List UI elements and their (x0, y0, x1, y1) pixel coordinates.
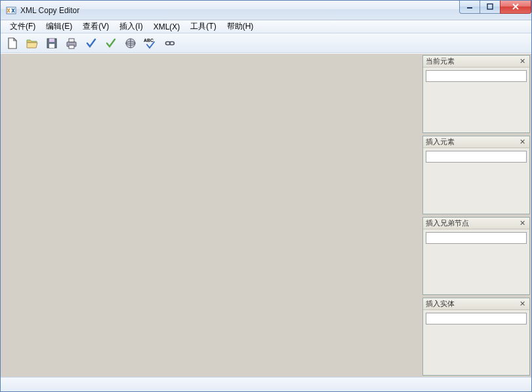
menu-tools[interactable]: 工具(T) (185, 20, 221, 33)
minimize-button[interactable] (459, 1, 480, 14)
side-panels: 当前元素 ✕ 插入元素 ✕ 插入兄弟节点 ✕ (421, 54, 531, 377)
browser-preview-button[interactable] (123, 35, 138, 51)
panel-close-button[interactable]: ✕ (518, 138, 527, 147)
svg-rect-4 (49, 39, 54, 42)
titlebar[interactable]: XML Copy Editor (1, 1, 531, 20)
new-file-button[interactable] (5, 35, 20, 51)
panel-body (423, 148, 529, 213)
validate-button[interactable] (103, 35, 119, 51)
minimize-icon (466, 3, 473, 10)
svg-rect-5 (49, 44, 54, 48)
panel-insert-entity: 插入实体 ✕ (422, 298, 530, 376)
open-file-button[interactable] (24, 35, 40, 51)
open-folder-icon (26, 37, 39, 50)
new-file-icon (6, 37, 19, 50)
content-area: 当前元素 ✕ 插入元素 ✕ 插入兄弟节点 ✕ (1, 53, 531, 377)
close-button[interactable] (500, 1, 531, 14)
save-button[interactable] (44, 35, 60, 51)
panel-title: 当前元素 (426, 56, 518, 66)
panel-header-current-element[interactable]: 当前元素 ✕ (423, 56, 529, 68)
editor-area[interactable] (1, 54, 421, 377)
window-title: XML Copy Editor (20, 6, 460, 15)
app-window: XML Copy Editor 文件(F) 编辑(E) 查看(V) 插入(I) … (0, 0, 532, 392)
save-icon (45, 37, 58, 50)
window-controls (460, 1, 531, 14)
menu-file[interactable]: 文件(F) (5, 20, 41, 33)
menu-xml[interactable]: XML(X) (148, 21, 186, 33)
statusbar (1, 377, 531, 391)
app-icon (6, 5, 16, 16)
maximize-button[interactable] (480, 1, 501, 14)
panel-title: 插入元素 (426, 137, 518, 147)
panel-insert-element: 插入元素 ✕ (422, 136, 530, 214)
insert-sibling-input[interactable] (426, 232, 527, 244)
close-icon (512, 3, 519, 10)
panel-header-insert-entity[interactable]: 插入实体 ✕ (423, 298, 529, 310)
panel-current-element: 当前元素 ✕ (422, 55, 530, 133)
globe-icon (124, 37, 137, 50)
menubar: 文件(F) 编辑(E) 查看(V) 插入(I) XML(X) 工具(T) 帮助(… (1, 20, 531, 33)
panel-title: 插入实体 (426, 299, 518, 309)
panel-insert-sibling: 插入兄弟节点 ✕ (422, 217, 530, 295)
panel-close-button[interactable]: ✕ (518, 57, 527, 66)
check-wellformed-button[interactable] (83, 35, 99, 51)
current-element-input[interactable] (426, 70, 527, 82)
svg-rect-2 (487, 4, 493, 9)
panel-header-insert-sibling[interactable]: 插入兄弟节点 ✕ (423, 218, 529, 229)
print-button[interactable] (64, 35, 79, 51)
hyperlink-button[interactable] (162, 35, 178, 51)
panel-close-button[interactable]: ✕ (518, 218, 527, 227)
menu-edit[interactable]: 编辑(E) (41, 20, 77, 33)
spellcheck-button[interactable]: ABC (142, 35, 158, 51)
svg-text:ABC: ABC (144, 38, 153, 43)
print-icon (65, 37, 78, 50)
panel-close-button[interactable]: ✕ (518, 299, 527, 308)
menu-insert[interactable]: 插入(I) (114, 20, 148, 33)
insert-entity-input[interactable] (426, 313, 527, 324)
menu-view[interactable]: 查看(V) (77, 20, 114, 33)
panel-header-insert-element[interactable]: 插入元素 ✕ (423, 136, 529, 148)
spellcheck-icon: ABC (143, 37, 157, 50)
menu-help[interactable]: 帮助(H) (222, 20, 259, 33)
maximize-icon (487, 3, 493, 10)
check-green-icon (104, 37, 117, 50)
svg-rect-8 (69, 45, 74, 49)
panel-body (423, 310, 529, 375)
link-icon (163, 37, 176, 50)
panel-body (423, 229, 529, 294)
check-blue-icon (85, 37, 98, 50)
panel-body (423, 68, 529, 132)
insert-element-input[interactable] (426, 151, 527, 163)
svg-rect-7 (69, 39, 74, 42)
panel-title: 插入兄弟节点 (426, 218, 518, 228)
svg-rect-1 (467, 7, 472, 9)
toolbar: ABC (1, 33, 531, 53)
